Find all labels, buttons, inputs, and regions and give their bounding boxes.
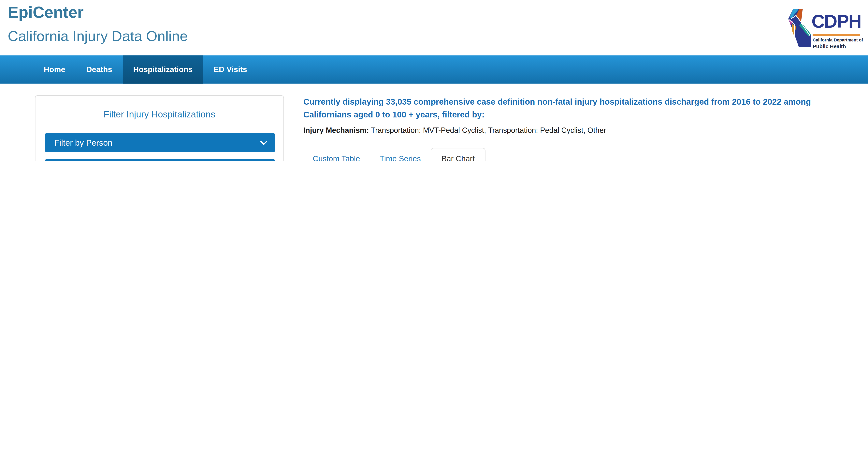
logo-rule <box>812 34 860 36</box>
main-nav: Home Deaths Hospitalizations ED Visits <box>0 56 868 84</box>
logo-org-line2: Public Health <box>812 43 846 49</box>
accordion-label: Filter by Person <box>54 138 113 147</box>
california-state-icon <box>787 7 811 49</box>
accordion-filter-by-person[interactable]: Filter by Person <box>45 133 275 152</box>
chevron-down-icon <box>260 138 267 145</box>
summary-text: Currently displaying 33,035 comprehensiv… <box>303 95 839 121</box>
tab-custom-table[interactable]: Custom Table <box>313 154 360 161</box>
tab-time-series[interactable]: Time Series <box>380 154 421 161</box>
nav-item-ed-visits[interactable]: ED Visits <box>203 56 258 84</box>
app-title: EpiCenter <box>8 3 84 22</box>
filter-panel-title: Filter Injury Hospitalizations <box>35 109 283 120</box>
cdph-acronym: CDPH <box>812 11 861 32</box>
applied-filter-label: Injury Mechanism: <box>303 126 369 134</box>
nav-item-hospitalizations[interactable]: Hospitalizations <box>123 56 203 84</box>
app-subtitle: California Injury Data Online <box>8 28 188 45</box>
nav-item-home[interactable]: Home <box>33 56 76 84</box>
applied-filter-line: Injury Mechanism: Transportation: MVT-Pe… <box>303 126 606 134</box>
logo-org-line1: California Department of <box>812 38 863 42</box>
epicenter-page: EpiCenter California Injury Data Online … <box>0 0 868 161</box>
applied-filter-value: Transportation: MVT-Pedal Cyclist, Trans… <box>371 126 606 134</box>
tab-bar-chart[interactable]: Bar Chart <box>431 148 486 161</box>
cdph-logo: CDPH California Department of Public Hea… <box>787 7 865 52</box>
accordion-filter-by-place[interactable]: Filter by Place <box>45 159 275 161</box>
filter-panel: Filter Injury Hospitalizations Filter by… <box>35 95 284 161</box>
nav-item-deaths[interactable]: Deaths <box>76 56 123 84</box>
